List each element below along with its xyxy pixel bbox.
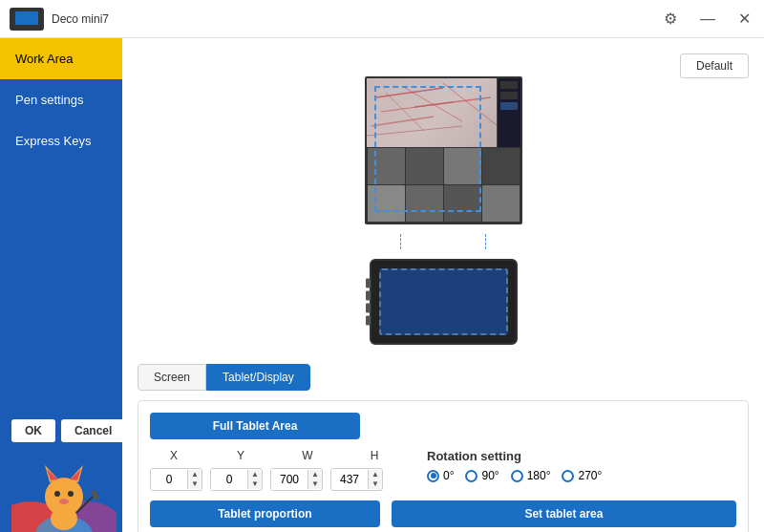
- y-spin-down[interactable]: ▼: [248, 479, 262, 489]
- y-spin-up[interactable]: ▲: [248, 470, 262, 479]
- radio-180deg[interactable]: [511, 470, 523, 482]
- coords-inputs: ▲ ▼ ▲ ▼: [150, 468, 398, 491]
- y-spinners: ▲ ▼: [247, 470, 262, 489]
- x-spin-down[interactable]: ▼: [188, 479, 202, 489]
- settings-icon-btn[interactable]: ⚙: [660, 10, 681, 29]
- h-input-group: ▲ ▼: [330, 468, 383, 491]
- ok-button[interactable]: OK: [11, 419, 55, 442]
- coords-rotation-row: X Y W H ▲ ▼: [150, 449, 736, 491]
- sidebar-buttons: OK Cancel: [11, 419, 125, 442]
- svg-line-19: [414, 97, 491, 107]
- w-label: W: [284, 449, 331, 462]
- x-spin-up[interactable]: ▲: [188, 470, 202, 479]
- device-icon: [10, 8, 44, 31]
- h-spin-up[interactable]: ▲: [369, 470, 382, 479]
- svg-point-8: [54, 491, 60, 497]
- h-input[interactable]: [331, 469, 368, 490]
- rotation-180[interactable]: 180°: [511, 469, 551, 482]
- radio-90deg[interactable]: [465, 470, 478, 482]
- title-bar: Deco mini7 ⚙ — ✕: [0, 0, 764, 38]
- h-spinners: ▲ ▼: [368, 470, 382, 489]
- sidebar-item-work-area[interactable]: Work Area: [0, 38, 122, 79]
- y-label: Y: [217, 449, 265, 462]
- tablet-active-area: [379, 268, 508, 335]
- minimize-btn[interactable]: —: [696, 10, 719, 29]
- w-input[interactable]: [271, 469, 308, 490]
- main-layout: Work Area Pen settings Express Keys OK C…: [0, 38, 764, 532]
- y-input-group: ▲ ▼: [210, 468, 263, 491]
- default-button[interactable]: Default: [680, 53, 749, 78]
- cancel-button[interactable]: Cancel: [61, 419, 125, 442]
- tabs-row: Screen Tablet/Display: [138, 364, 749, 391]
- svg-line-17: [386, 93, 424, 131]
- set-tablet-area-button[interactable]: Set tablet area: [392, 500, 736, 527]
- svg-point-10: [59, 499, 69, 504]
- x-input[interactable]: [151, 469, 187, 490]
- rotation-270[interactable]: 270°: [562, 469, 602, 482]
- tab-tablet-display[interactable]: Tablet/Display: [206, 364, 310, 391]
- rotation-90-label: 90°: [481, 469, 499, 482]
- rotation-options: 0° 90° 180°: [427, 469, 602, 482]
- rotation-270-label: 270°: [578, 469, 602, 482]
- tablet-preview: [370, 259, 518, 345]
- rotation-0-label: 0°: [443, 469, 454, 482]
- rotation-180-label: 180°: [527, 469, 551, 482]
- tab-screen[interactable]: Screen: [138, 364, 206, 391]
- svg-line-16: [371, 117, 434, 126]
- y-input[interactable]: [211, 469, 247, 490]
- mascot-area: [11, 454, 111, 521]
- close-btn[interactable]: ✕: [734, 10, 754, 29]
- x-spinners: ▲ ▼: [187, 470, 202, 489]
- preview-area: Default: [122, 38, 764, 364]
- x-label: X: [150, 449, 198, 462]
- device-name: Deco mini7: [52, 12, 109, 26]
- content-area: Default: [122, 38, 764, 532]
- tablet-proportion-button[interactable]: Tablet proportion: [150, 500, 380, 527]
- bottom-buttons-row: Tablet proportion Set tablet area: [150, 500, 736, 527]
- controls-area: Screen Tablet/Display Full Tablet Area X…: [122, 364, 764, 532]
- connector: [386, 234, 500, 249]
- sidebar-item-pen-settings[interactable]: Pen settings: [0, 79, 122, 120]
- sidebar: Work Area Pen settings Express Keys OK C…: [0, 38, 122, 532]
- coords-section: X Y W H ▲ ▼: [150, 449, 398, 491]
- monitor-preview: [365, 76, 522, 224]
- tablet-side-buttons: [366, 279, 371, 326]
- tablet-display-panel: Full Tablet Area X Y W H: [138, 400, 749, 532]
- sidebar-footer: OK Cancel: [0, 408, 122, 532]
- sidebar-item-express-keys[interactable]: Express Keys: [0, 120, 122, 161]
- radio-270deg[interactable]: [562, 470, 574, 482]
- mascot-svg: [11, 454, 117, 532]
- title-bar-left: Deco mini7: [10, 8, 109, 31]
- h-label: H: [350, 449, 398, 462]
- svg-point-11: [51, 507, 77, 530]
- monitor-tablet-preview: [365, 76, 522, 345]
- x-input-group: ▲ ▼: [150, 468, 202, 491]
- rotation-90[interactable]: 90°: [465, 469, 499, 482]
- rotation-section: Rotation setting 0° 90°: [427, 449, 602, 482]
- radio-0deg[interactable]: [427, 470, 439, 482]
- w-spin-up[interactable]: ▲: [308, 470, 322, 479]
- w-spinners: ▲ ▼: [308, 470, 322, 489]
- title-bar-right: ⚙ — ✕: [660, 10, 754, 29]
- h-spin-down[interactable]: ▼: [369, 479, 382, 489]
- coords-labels: X Y W H: [150, 449, 398, 462]
- rotation-0[interactable]: 0°: [427, 469, 454, 482]
- w-spin-down[interactable]: ▼: [308, 479, 322, 489]
- svg-point-9: [68, 491, 74, 497]
- full-tablet-area-button[interactable]: Full Tablet Area: [150, 413, 360, 439]
- svg-line-20: [367, 126, 462, 136]
- rotation-title: Rotation setting: [427, 449, 602, 463]
- w-input-group: ▲ ▼: [270, 468, 323, 491]
